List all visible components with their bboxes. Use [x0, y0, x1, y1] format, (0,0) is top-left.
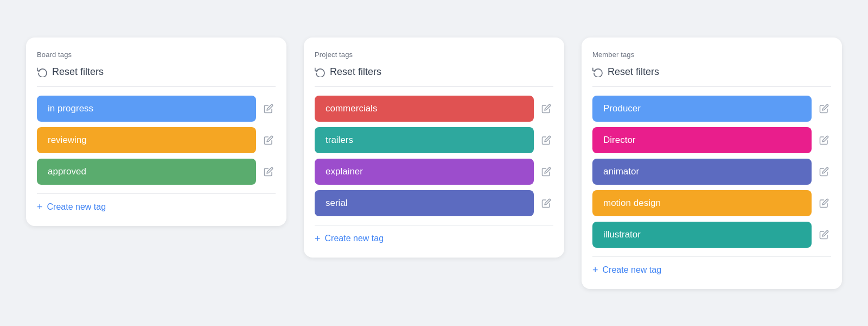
- tag-chip[interactable]: Producer: [592, 96, 812, 122]
- edit-tag-button[interactable]: [817, 228, 831, 242]
- tag-chip[interactable]: trailers: [315, 127, 534, 153]
- reset-label: Reset filters: [52, 66, 104, 78]
- edit-tag-button[interactable]: [817, 102, 831, 116]
- pencil-icon: [541, 135, 551, 145]
- tag-row: Director: [592, 127, 831, 153]
- tag-chip[interactable]: explainer: [315, 159, 534, 185]
- panel-title-board-tags: Board tags: [37, 51, 276, 59]
- pencil-icon: [819, 198, 829, 208]
- panel-title-project-tags: Project tags: [315, 51, 553, 59]
- pencil-icon: [819, 135, 829, 145]
- reset-icon: [315, 66, 326, 77]
- edit-tag-button[interactable]: [817, 133, 831, 147]
- panels-container: Board tags Reset filters in progress rev…: [26, 37, 842, 289]
- tag-chip[interactable]: serial: [315, 190, 534, 216]
- tag-chip[interactable]: approved: [37, 159, 256, 185]
- tags-list-board-tags: in progress reviewing approved: [37, 96, 276, 185]
- edit-tag-button[interactable]: [261, 165, 276, 179]
- edit-tag-button[interactable]: [261, 102, 276, 116]
- edit-tag-button[interactable]: [539, 196, 553, 210]
- pencil-icon: [819, 167, 829, 177]
- tag-chip[interactable]: Director: [592, 127, 812, 153]
- tag-row: explainer: [315, 159, 553, 185]
- plus-icon: +: [315, 233, 321, 244]
- create-new-tag-project-tags[interactable]: + Create new tag: [315, 225, 553, 244]
- pencil-icon: [819, 104, 829, 114]
- create-new-tag-label: Create new tag: [47, 202, 106, 212]
- panel-title-member-tags: Member tags: [592, 51, 831, 59]
- tag-row: motion design: [592, 190, 831, 216]
- reset-label: Reset filters: [608, 66, 659, 78]
- tag-row: approved: [37, 159, 276, 185]
- panel-member-tags: Member tags Reset filters Producer Direc…: [582, 37, 842, 289]
- tag-chip[interactable]: reviewing: [37, 127, 256, 153]
- tag-chip[interactable]: animator: [592, 159, 812, 185]
- tag-chip[interactable]: in progress: [37, 96, 256, 122]
- tag-row: Producer: [592, 96, 831, 122]
- edit-tag-button[interactable]: [539, 133, 553, 147]
- pencil-icon: [264, 135, 273, 145]
- plus-icon: +: [592, 265, 598, 276]
- tag-chip[interactable]: illustrator: [592, 222, 812, 248]
- reset-filters-project-tags[interactable]: Reset filters: [315, 66, 553, 87]
- tag-chip[interactable]: motion design: [592, 190, 812, 216]
- tag-row: illustrator: [592, 222, 831, 248]
- reset-label: Reset filters: [330, 66, 381, 78]
- tag-row: reviewing: [37, 127, 276, 153]
- create-new-tag-label: Create new tag: [603, 265, 662, 275]
- tag-row: trailers: [315, 127, 553, 153]
- pencil-icon: [264, 167, 273, 177]
- tag-row: serial: [315, 190, 553, 216]
- create-new-tag-member-tags[interactable]: + Create new tag: [592, 256, 831, 276]
- create-new-tag-board-tags[interactable]: + Create new tag: [37, 193, 276, 213]
- edit-tag-button[interactable]: [539, 165, 553, 179]
- pencil-icon: [819, 230, 829, 240]
- create-new-tag-label: Create new tag: [325, 234, 384, 243]
- edit-tag-button[interactable]: [817, 196, 831, 210]
- edit-tag-button[interactable]: [817, 165, 831, 179]
- pencil-icon: [541, 167, 551, 177]
- reset-icon: [592, 66, 603, 77]
- panel-board-tags: Board tags Reset filters in progress rev…: [26, 37, 286, 226]
- tag-row: animator: [592, 159, 831, 185]
- reset-filters-member-tags[interactable]: Reset filters: [592, 66, 831, 87]
- reset-icon: [37, 66, 48, 77]
- tags-list-project-tags: commercials trailers explainer serial: [315, 96, 553, 216]
- plus-icon: +: [37, 202, 43, 213]
- pencil-icon: [541, 104, 551, 114]
- edit-tag-button[interactable]: [261, 133, 276, 147]
- pencil-icon: [264, 104, 273, 114]
- edit-tag-button[interactable]: [539, 102, 553, 116]
- reset-filters-board-tags[interactable]: Reset filters: [37, 66, 276, 87]
- tag-row: in progress: [37, 96, 276, 122]
- tags-list-member-tags: Producer Director animator motion design: [592, 96, 831, 248]
- tag-row: commercials: [315, 96, 553, 122]
- tag-chip[interactable]: commercials: [315, 96, 534, 122]
- pencil-icon: [541, 198, 551, 208]
- panel-project-tags: Project tags Reset filters commercials t…: [304, 37, 564, 258]
